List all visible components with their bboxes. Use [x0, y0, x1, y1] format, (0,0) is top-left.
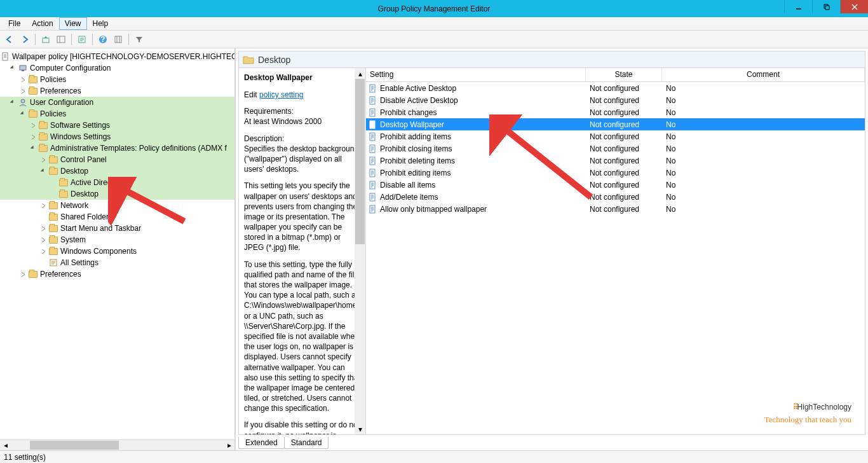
- expander-icon[interactable]: [19, 110, 27, 118]
- description-scrollbar[interactable]: ▴ ▾: [355, 68, 365, 434]
- minimize-button[interactable]: [784, 0, 812, 13]
- tree-uc-policies[interactable]: Policies: [0, 108, 234, 120]
- scroll-left-icon[interactable]: ◂: [0, 440, 11, 450]
- policy-item-icon: [369, 193, 377, 202]
- expander-icon[interactable]: [9, 99, 17, 106]
- filter-button[interactable]: [132, 32, 146, 46]
- expander-icon[interactable]: [19, 76, 27, 83]
- expander-icon[interactable]: [39, 156, 47, 163]
- setting-state: Not configured: [586, 108, 662, 117]
- tree-desktop[interactable]: Desktop: [0, 165, 234, 177]
- setting-name: Prohibit deleting items: [380, 156, 455, 165]
- list-row[interactable]: Prohibit changesNot configuredNo: [366, 106, 865, 118]
- status-text: 11 setting(s): [4, 453, 46, 462]
- tree-control-panel[interactable]: Control Panel: [0, 154, 234, 165]
- tab-standard[interactable]: Standard: [284, 437, 329, 449]
- policy-item-icon: [369, 108, 377, 117]
- expander-icon[interactable]: [39, 225, 47, 232]
- setting-name: Prohibit closing items: [380, 144, 452, 153]
- policy-icon: [1, 52, 10, 62]
- breadcrumb: Desktop: [238, 51, 865, 68]
- list-row[interactable]: Allow only bitmapped wallpaperNot config…: [366, 203, 865, 215]
- tree-horizontal-scrollbar[interactable]: ◂ ▸: [0, 439, 234, 450]
- list-row[interactable]: Prohibit editing itemsNot configuredNo: [366, 167, 865, 179]
- expander-icon[interactable]: [19, 270, 27, 278]
- expander-icon[interactable]: [19, 87, 27, 95]
- setting-comment: No: [662, 84, 865, 93]
- tree-network[interactable]: Network: [0, 200, 234, 211]
- tab-extended[interactable]: Extended: [238, 437, 285, 449]
- expander-icon[interactable]: [9, 64, 17, 72]
- column-comment[interactable]: Comment: [662, 68, 865, 81]
- column-setting[interactable]: Setting: [366, 68, 586, 81]
- tree-active-directory[interactable]: Active Directory: [0, 177, 234, 188]
- show-hide-tree-button[interactable]: [54, 32, 68, 46]
- menu-action[interactable]: Action: [26, 17, 58, 30]
- setting-name: Enable Active Desktop: [380, 84, 456, 93]
- scroll-right-icon[interactable]: ▸: [224, 440, 234, 450]
- setting-comment: No: [662, 205, 865, 214]
- expander-icon[interactable]: [29, 121, 37, 129]
- list-row[interactable]: Prohibit deleting itemsNot configuredNo: [366, 155, 865, 167]
- tree-user-config[interactable]: User Configuration: [0, 97, 234, 108]
- column-state[interactable]: State: [586, 68, 662, 81]
- tree-win-settings[interactable]: Windows Settings: [0, 131, 234, 142]
- expander-icon[interactable]: [39, 202, 47, 209]
- expander-icon[interactable]: [39, 247, 47, 255]
- tree-all-settings[interactable]: All Settings: [0, 257, 234, 268]
- menu-help[interactable]: Help: [87, 17, 114, 30]
- tree-root[interactable]: Wallpaper policy [HIGHTECHNOLOGY-DEMOSER…: [0, 51, 234, 62]
- tree-cc-prefs[interactable]: Preferences: [0, 85, 234, 97]
- menu-view[interactable]: View: [59, 17, 87, 30]
- help-button[interactable]: ?: [96, 32, 110, 46]
- folder-icon: [38, 143, 48, 153]
- expander-icon[interactable]: [39, 236, 47, 244]
- scrollbar-thumb[interactable]: [355, 79, 365, 244]
- breadcrumb-title: Desktop: [258, 55, 290, 65]
- setting-state: Not configured: [586, 132, 662, 141]
- expander-icon[interactable]: [29, 133, 37, 141]
- options-button[interactable]: [111, 32, 125, 46]
- expander-icon[interactable]: [29, 144, 37, 152]
- policy-item-icon: [369, 84, 377, 93]
- tree-start-menu[interactable]: Start Menu and Taskbar: [0, 223, 234, 234]
- setting-name: Prohibit adding items: [380, 132, 451, 141]
- tree-system[interactable]: System: [0, 234, 234, 245]
- up-button[interactable]: [39, 32, 53, 46]
- tree-computer-config[interactable]: Computer Configuration: [0, 62, 234, 74]
- list-row[interactable]: Disable all itemsNot configuredNo: [366, 179, 865, 191]
- svg-rect-16: [22, 70, 24, 71]
- tree-desktop-sub[interactable]: Desktop: [0, 188, 234, 200]
- setting-state: Not configured: [586, 84, 662, 93]
- expander-icon[interactable]: [39, 167, 47, 175]
- computer-icon: [18, 63, 28, 73]
- svg-rect-24: [370, 145, 375, 153]
- forward-button[interactable]: [18, 32, 32, 46]
- scroll-up-icon[interactable]: ▴: [355, 68, 365, 79]
- list-row[interactable]: Desktop WallpaperNot configuredNo: [366, 118, 865, 130]
- scrollbar-thumb[interactable]: [30, 441, 119, 450]
- folder-icon: [48, 200, 58, 211]
- list-row[interactable]: Prohibit closing itemsNot configuredNo: [366, 142, 865, 155]
- tree-admin-templates[interactable]: Administrative Templates: Policy definit…: [0, 142, 234, 154]
- svg-rect-2: [825, 6, 829, 10]
- tree-uc-prefs[interactable]: Preferences: [0, 268, 234, 280]
- tree-sw-settings[interactable]: Software Settings: [0, 120, 234, 131]
- list-row[interactable]: Enable Active DesktopNot configuredNo: [366, 82, 865, 94]
- list-row[interactable]: Disable Active DesktopNot configuredNo: [366, 94, 865, 106]
- maximize-button[interactable]: [812, 0, 840, 13]
- tree-win-components[interactable]: Windows Components: [0, 245, 234, 257]
- back-button[interactable]: [3, 32, 17, 46]
- list-row[interactable]: Prohibit adding itemsNot configuredNo: [366, 130, 865, 142]
- folder-icon: [48, 166, 58, 176]
- menu-file[interactable]: File: [3, 17, 26, 30]
- window-title: Group Policy Management Editor: [0, 4, 868, 13]
- scroll-down-icon[interactable]: ▾: [355, 424, 365, 434]
- properties-button[interactable]: [75, 32, 89, 46]
- folder-icon: [28, 86, 38, 96]
- close-button[interactable]: [840, 0, 868, 13]
- tree-shared-folders[interactable]: Shared Folders: [0, 211, 234, 223]
- edit-policy-link[interactable]: policy setting: [259, 90, 303, 99]
- tree-cc-policies[interactable]: Policies: [0, 74, 234, 85]
- list-row[interactable]: Add/Delete itemsNot configuredNo: [366, 191, 865, 203]
